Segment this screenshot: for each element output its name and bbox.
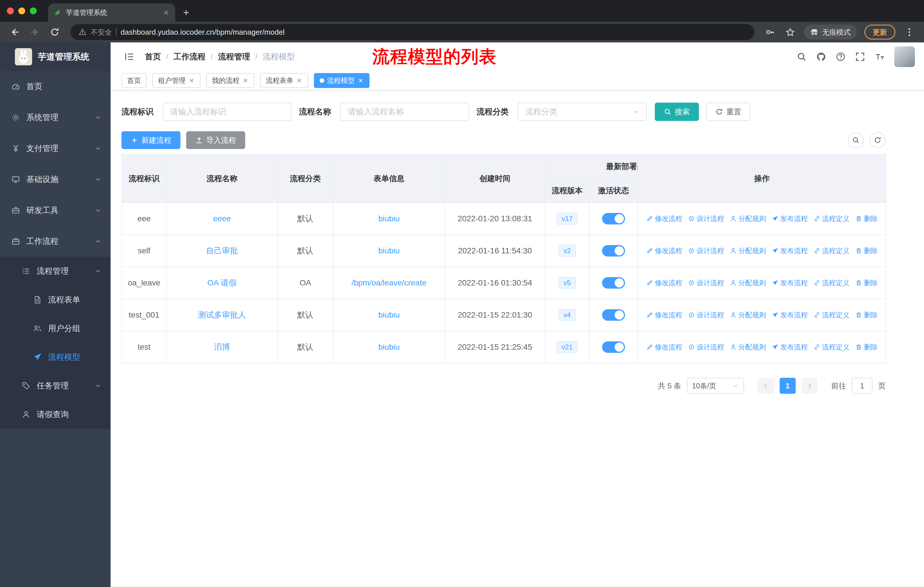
- close-icon[interactable]: [296, 78, 302, 84]
- avatar[interactable]: [894, 46, 915, 67]
- next-page-button[interactable]: [802, 378, 817, 394]
- process-name-input[interactable]: [340, 103, 469, 121]
- form-info-link[interactable]: biubiu: [378, 342, 400, 351]
- tag-view[interactable]: 租户管理: [152, 73, 201, 88]
- row-action-link[interactable]: 删除: [855, 342, 878, 352]
- form-info-link[interactable]: /bpm/oa/leave/create: [351, 278, 426, 287]
- import-process-button[interactable]: 导入流程: [186, 131, 245, 149]
- active-toggle[interactable]: [602, 341, 625, 353]
- active-toggle[interactable]: [602, 245, 625, 256]
- row-action-link[interactable]: 流程定义: [813, 214, 850, 223]
- row-action-link[interactable]: 修改流程: [646, 246, 682, 255]
- prev-page-button[interactable]: [758, 378, 774, 394]
- sidebar-toggle-button[interactable]: [124, 51, 135, 62]
- show-search-button[interactable]: [848, 132, 864, 148]
- active-toggle[interactable]: [602, 213, 625, 225]
- row-action-link[interactable]: 删除: [855, 311, 878, 319]
- row-action-link[interactable]: 发布流程: [772, 214, 808, 223]
- row-action-link[interactable]: 修改流程: [646, 214, 682, 223]
- close-icon[interactable]: [188, 78, 195, 84]
- sidebar-item-process-model[interactable]: 流程模型: [0, 343, 111, 372]
- row-action-link[interactable]: 流程定义: [813, 311, 850, 319]
- breadcrumb-item[interactable]: 工作流程: [173, 51, 206, 62]
- logo[interactable]: 芋道管理系统: [0, 42, 111, 71]
- forward-button[interactable]: [30, 27, 40, 37]
- process-name-link[interactable]: OA 请假: [207, 278, 237, 287]
- window-close-button[interactable]: [7, 7, 14, 14]
- search-icon[interactable]: [797, 52, 807, 62]
- fullscreen-icon[interactable]: [855, 52, 865, 62]
- process-name-link[interactable]: eeee: [213, 214, 231, 223]
- active-toggle[interactable]: [602, 309, 625, 321]
- search-button[interactable]: 搜索: [655, 103, 699, 121]
- process-name-link[interactable]: 滔博: [214, 342, 230, 351]
- row-action-link[interactable]: 发布流程: [772, 278, 808, 288]
- row-action-link[interactable]: 流程定义: [813, 342, 850, 352]
- row-action-link[interactable]: 流程定义: [813, 278, 850, 288]
- reset-button[interactable]: 重置: [706, 103, 751, 121]
- help-icon[interactable]: [836, 52, 845, 62]
- window-zoom-button[interactable]: [30, 7, 37, 14]
- row-action-link[interactable]: 设计流程: [688, 214, 724, 223]
- row-action-link[interactable]: 设计流程: [688, 311, 724, 319]
- row-action-link[interactable]: 删除: [855, 246, 878, 255]
- row-action-link[interactable]: 分配规则: [730, 246, 766, 255]
- row-action-link[interactable]: 分配规则: [730, 311, 766, 319]
- row-action-link[interactable]: 修改流程: [646, 278, 682, 288]
- back-button[interactable]: [10, 27, 20, 37]
- page-number-current[interactable]: 1: [780, 378, 796, 394]
- sidebar-item-payment-mgmt[interactable]: 支付管理: [0, 133, 111, 164]
- sidebar-item-process-mgmt[interactable]: 流程管理: [0, 257, 111, 286]
- form-info-link[interactable]: biubiu: [378, 246, 400, 255]
- create-process-button[interactable]: 新建流程: [121, 131, 180, 149]
- process-category-select[interactable]: 流程分类: [518, 103, 647, 121]
- sidebar-item-leave-query[interactable]: 请假查询: [0, 400, 111, 429]
- sidebar-item-dev-tools[interactable]: 研发工具: [0, 195, 111, 226]
- row-action-link[interactable]: 发布流程: [772, 342, 808, 352]
- bookmark-star-icon[interactable]: [785, 27, 795, 37]
- sidebar-item-process-form[interactable]: 流程表单: [0, 286, 111, 314]
- row-action-link[interactable]: 发布流程: [772, 246, 808, 255]
- tag-view[interactable]: 流程表单: [260, 73, 308, 88]
- sidebar-item-task-mgmt[interactable]: 任务管理: [0, 372, 111, 400]
- row-action-link[interactable]: 设计流程: [688, 278, 724, 288]
- goto-page-input[interactable]: [852, 378, 873, 394]
- row-action-link[interactable]: 发布流程: [772, 311, 808, 319]
- row-action-link[interactable]: 设计流程: [688, 342, 724, 352]
- row-action-link[interactable]: 流程定义: [813, 246, 850, 255]
- update-button[interactable]: 更新: [865, 25, 895, 40]
- row-action-link[interactable]: 分配规则: [730, 342, 766, 352]
- row-action-link[interactable]: 删除: [855, 278, 878, 288]
- row-action-link[interactable]: 设计流程: [688, 246, 724, 255]
- github-icon[interactable]: [816, 52, 826, 62]
- tag-view[interactable]: 我的流程: [206, 73, 254, 88]
- new-tab-button[interactable]: [182, 8, 190, 17]
- row-action-link[interactable]: 修改流程: [646, 342, 682, 352]
- password-key-icon[interactable]: [765, 27, 775, 37]
- sidebar-item-infrastructure[interactable]: 基础设施: [0, 164, 111, 195]
- window-minimize-button[interactable]: [18, 7, 25, 14]
- refresh-table-button[interactable]: [870, 132, 886, 148]
- sidebar-item-home[interactable]: 首页: [0, 71, 111, 102]
- close-icon[interactable]: [358, 78, 364, 84]
- active-toggle[interactable]: [602, 277, 625, 289]
- close-icon[interactable]: [242, 78, 249, 84]
- row-action-link[interactable]: 修改流程: [646, 311, 682, 319]
- browser-menu-icon[interactable]: [904, 27, 914, 37]
- row-action-link[interactable]: 分配规则: [730, 278, 766, 288]
- sidebar-item-workflow[interactable]: 工作流程: [0, 226, 111, 257]
- page-size-select[interactable]: 10条/页: [687, 378, 744, 394]
- sidebar-item-system-mgmt[interactable]: 系统管理: [0, 102, 111, 133]
- font-size-icon[interactable]: [875, 52, 884, 62]
- form-info-link[interactable]: biubiu: [378, 214, 400, 223]
- breadcrumb-item[interactable]: 流程管理: [218, 51, 250, 62]
- tag-view[interactable]: 流程模型: [314, 73, 370, 88]
- address-bar[interactable]: 不安全 dashboard.yudao.iocoder.cn/bpm/manag…: [71, 24, 754, 40]
- reload-button[interactable]: [50, 27, 59, 37]
- tag-view[interactable]: 首页: [121, 73, 147, 88]
- tab-close-icon[interactable]: [163, 9, 170, 16]
- form-info-link[interactable]: biubiu: [378, 311, 400, 319]
- row-action-link[interactable]: 删除: [855, 214, 878, 223]
- browser-tab[interactable]: 芋道管理系统: [48, 3, 175, 22]
- process-name-link[interactable]: 测试多审批人: [198, 311, 246, 319]
